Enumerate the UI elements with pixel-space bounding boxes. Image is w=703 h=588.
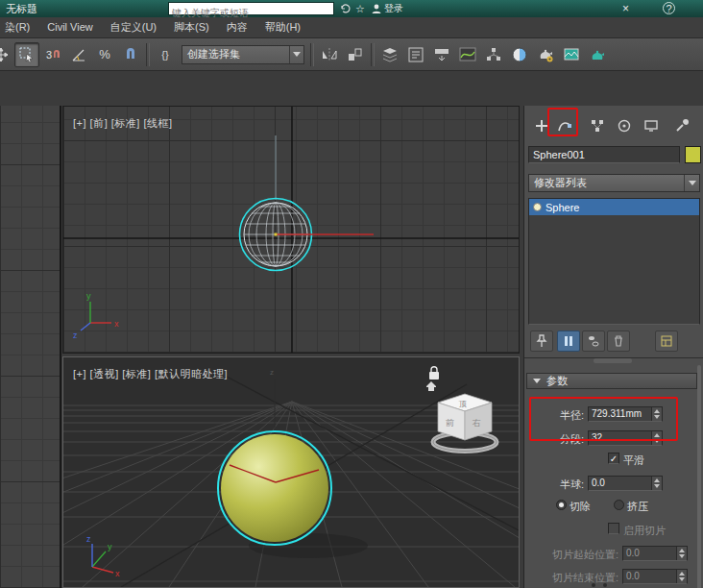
front-viewport-canvas[interactable]: x y z (63, 107, 519, 353)
svg-text:z: z (86, 534, 91, 544)
3dsmax-window: 无标题 ☆ 登录 × ? 染(R) Civil View 自定义(U) 脚本(S… (0, 0, 703, 588)
slice-to-field[interactable]: 0.0 (622, 569, 688, 584)
perspective-viewport-canvas[interactable]: z 顶 前 右 (63, 357, 519, 587)
mirror-button[interactable] (317, 42, 342, 67)
menu-civil-view[interactable]: Civil View (38, 17, 101, 37)
toolbar-separator (310, 43, 314, 66)
left-viewport-strip[interactable] (0, 106, 61, 588)
create-tab[interactable] (530, 114, 553, 137)
smooth-label: 平滑 (623, 453, 662, 468)
make-unique-button[interactable] (582, 331, 605, 352)
utilities-tab[interactable] (670, 114, 693, 137)
chevron-down-icon[interactable] (289, 46, 303, 63)
parameters-rollout-header[interactable]: 参数 (526, 373, 697, 389)
favorites-star-icon[interactable]: ☆ (355, 2, 365, 15)
render-production-button[interactable] (585, 42, 610, 67)
stack-toolbar (524, 331, 703, 354)
panel-splitter-handle[interactable] (594, 358, 632, 363)
slice-from-field[interactable]: 0.0 (622, 546, 688, 561)
edit-named-selections-button[interactable]: {} (153, 42, 178, 67)
help-icon[interactable]: ? (663, 2, 675, 14)
front-viewport-label[interactable]: [+] [前] [标准] [线框] (73, 116, 173, 131)
squash-radio[interactable] (614, 500, 624, 510)
spinner-snap-button[interactable] (118, 42, 143, 67)
object-color-swatch[interactable] (685, 146, 701, 163)
menu-content[interactable]: 内容 (218, 17, 256, 37)
remove-modifier-button[interactable] (607, 331, 630, 352)
angle-snap-button[interactable] (66, 42, 91, 67)
modifier-list-label: 修改器列表 (529, 176, 684, 190)
slice-to-spinner[interactable] (676, 570, 687, 583)
squash-label: 挤压 (627, 499, 662, 514)
show-end-result-button[interactable] (557, 331, 580, 352)
close-icon[interactable]: × (622, 2, 629, 15)
perspective-viewport[interactable]: [+] [透视] [标准] [默认明暗处理] (62, 356, 520, 588)
display-tab[interactable] (640, 114, 663, 137)
select-object-button[interactable] (14, 42, 39, 67)
material-editor-button[interactable] (507, 42, 532, 67)
layer-explorer-button[interactable] (377, 42, 402, 67)
perspective-viewport-label[interactable]: [+] [透视] [标准] [默认明暗处理] (73, 367, 228, 381)
front-viewport[interactable]: [+] [前] [标准] [线框] (62, 106, 520, 354)
motion-tab[interactable] (613, 114, 636, 137)
percent-snap-button[interactable]: % (92, 42, 117, 67)
selection-set-combo[interactable]: 创建选择集 (182, 45, 304, 64)
align-button[interactable] (343, 42, 368, 67)
menu-render[interactable]: 染(R) (0, 17, 38, 37)
hemisphere-spinner[interactable] (651, 477, 662, 490)
menu-help[interactable]: 帮助(H) (256, 17, 309, 37)
viewcube-home-icon (426, 381, 436, 391)
radius-spinner[interactable] (651, 407, 662, 421)
perspective-axis-tripod: x y z (86, 534, 120, 578)
select-and-move-button[interactable] (0, 42, 13, 67)
rendered-frame-window-button[interactable] (559, 42, 584, 67)
smooth-checkbox[interactable]: ✓ (608, 453, 619, 464)
svg-text:y: y (108, 542, 112, 551)
menu-scripting[interactable]: 脚本(S) (165, 17, 218, 37)
chop-radio[interactable] (556, 500, 567, 510)
stack-item-sphere[interactable]: Sphere (529, 199, 699, 215)
modifier-stack[interactable]: Sphere (528, 198, 700, 325)
radius-label: 半径: (526, 407, 584, 423)
slice-from-spinner[interactable] (676, 547, 687, 560)
render-setup-button[interactable] (533, 42, 558, 67)
rollout-open-icon (533, 379, 541, 383)
modify-tab[interactable] (553, 114, 576, 137)
chevron-down-icon[interactable] (684, 175, 699, 191)
pin-stack-button[interactable] (530, 331, 553, 352)
svg-text:y: y (86, 291, 91, 301)
enable-slice-label: 启用切片 (623, 523, 681, 538)
curve-editor-button[interactable] (455, 42, 480, 67)
toolbar-separator (146, 43, 150, 66)
ribbon-toggle-button[interactable] (429, 42, 454, 67)
svg-text:z: z (270, 368, 274, 377)
search-box[interactable] (168, 2, 334, 15)
selection-set-value: 创建选择集 (182, 47, 289, 61)
hierarchy-tab[interactable] (586, 114, 609, 137)
object-name-field[interactable]: Sphere001 (528, 146, 680, 163)
rollout-title: 参数 (546, 374, 568, 388)
menu-customize[interactable]: 自定义(U) (102, 17, 165, 37)
scroll-indicator-dot (592, 583, 595, 587)
schematic-view-button[interactable] (481, 42, 506, 67)
panel-scrollbar[interactable] (697, 365, 701, 588)
user-icon[interactable] (371, 2, 382, 15)
slice-to-value: 0.0 (626, 571, 640, 581)
configure-modifier-sets-button[interactable] (655, 331, 678, 352)
history-icon[interactable] (340, 2, 352, 15)
radius-field[interactable]: 729.311mm (588, 406, 663, 422)
snap-toggle-3d-button[interactable]: 3 (40, 42, 65, 67)
title-bar: 无标题 ☆ 登录 × ? (0, 0, 703, 17)
hemisphere-label: 半球: (526, 477, 584, 492)
segments-label: 分段: (526, 431, 584, 447)
svg-text:x: x (114, 319, 119, 329)
svg-text:x: x (115, 569, 120, 578)
hemisphere-field[interactable]: 0.0 (588, 476, 663, 491)
sign-in-link[interactable]: 登录 (384, 2, 403, 15)
enable-slice-checkbox[interactable] (608, 523, 619, 534)
scene-explorer-button[interactable] (403, 42, 428, 67)
segments-spinner[interactable] (651, 431, 662, 445)
segments-field[interactable]: 32 (588, 430, 663, 446)
modifier-list-dropdown[interactable]: 修改器列表 (528, 174, 700, 192)
front-axis-tripod: x y z (73, 291, 119, 340)
